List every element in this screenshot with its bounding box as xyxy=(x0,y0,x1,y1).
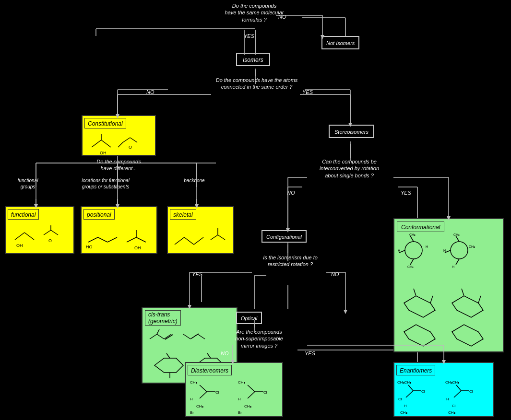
svg-text:O: O xyxy=(129,145,132,150)
svg-text:H: H xyxy=(443,249,446,252)
no-label-q5: NO xyxy=(221,350,229,357)
positional-molecule: HO OH xyxy=(83,221,154,254)
yes-label-q1: YES xyxy=(244,33,254,39)
svg-line-67 xyxy=(183,334,190,339)
svg-text:Cl: Cl xyxy=(398,397,402,401)
svg-line-119 xyxy=(456,259,459,265)
svg-text:CH₃: CH₃ xyxy=(244,404,251,408)
yes-label-q2: YES xyxy=(302,89,313,95)
svg-line-110 xyxy=(410,236,414,242)
svg-line-75 xyxy=(207,353,211,358)
svg-text:Br: Br xyxy=(190,410,194,415)
svg-marker-71 xyxy=(154,358,183,373)
svg-line-111 xyxy=(410,259,414,265)
svg-line-34 xyxy=(101,140,111,147)
svg-text:H: H xyxy=(446,397,449,401)
svg-line-63 xyxy=(157,334,164,339)
svg-text:H: H xyxy=(190,397,193,401)
svg-text:Cl: Cl xyxy=(452,404,456,408)
svg-text:H: H xyxy=(426,245,428,248)
svg-text:H: H xyxy=(452,265,454,268)
svg-line-40 xyxy=(118,142,123,147)
svg-text:OH: OH xyxy=(16,243,23,248)
diastereomers-molecule: CH₃ Cl H CH₃ Br CH₃ Cl H CH₃ Br xyxy=(188,376,281,416)
svg-line-79 xyxy=(200,392,207,398)
svg-line-58 xyxy=(194,237,203,245)
svg-text:CH₃: CH₃ xyxy=(238,380,245,385)
functional-groups-label: functional groups xyxy=(9,177,47,190)
svg-line-125 xyxy=(414,289,416,296)
svg-text:CH₃: CH₃ xyxy=(448,410,455,415)
no-label-q2: NO xyxy=(146,89,154,95)
svg-line-127 xyxy=(462,289,464,296)
enantiomers-molecule: CH₂CH₃ Cl Cl H CH₃ CH₂CH₃ Cl H Cl CH₃ xyxy=(396,376,491,416)
svg-marker-162 xyxy=(344,310,347,314)
svg-text:CH₃: CH₃ xyxy=(407,265,414,268)
stereoisomers-box: Stereoisomers xyxy=(329,125,374,138)
locations-label: locations for functional groups or subst… xyxy=(77,177,134,190)
svg-line-70 xyxy=(198,334,205,339)
svg-line-33 xyxy=(92,140,101,147)
conformational-card: Conformational H CH₃ H CH₃ H CH₃ CH₃ H xyxy=(393,218,504,352)
isomers-box: Isomers xyxy=(236,53,270,66)
svg-line-59 xyxy=(211,235,218,240)
svg-line-118 xyxy=(456,236,459,242)
svg-text:Cl: Cl xyxy=(215,390,219,395)
svg-line-53 xyxy=(136,237,146,242)
backbone-label: backbone xyxy=(175,177,214,184)
svg-line-62 xyxy=(150,334,157,339)
svg-line-78 xyxy=(200,385,207,392)
question-4: Is the isomerism due to restricted rotat… xyxy=(245,254,336,268)
constitutional-card: Constitutional OH O xyxy=(82,115,156,156)
svg-text:CH₂CH₃: CH₂CH₃ xyxy=(445,380,459,385)
svg-text:CH₃: CH₃ xyxy=(196,404,203,408)
svg-point-109 xyxy=(405,242,422,259)
svg-line-41 xyxy=(15,233,24,240)
diastereomers-card: Diastereomers CH₃ Cl H CH₃ Br CH₃ Cl H C… xyxy=(185,362,283,417)
svg-line-52 xyxy=(127,237,136,242)
no-label-q4: NO xyxy=(331,271,339,278)
functional-card: functional OH O xyxy=(5,206,74,254)
skeletal-card: skeletal xyxy=(167,206,234,254)
yes-label-q5: YES xyxy=(305,350,315,357)
different-question: Do the compounds have different... xyxy=(74,158,163,172)
svg-line-103 xyxy=(454,391,461,397)
svg-line-50 xyxy=(107,237,117,242)
svg-line-42 xyxy=(24,233,34,240)
configurational-box: Configurational xyxy=(261,230,307,243)
flowchart: Do the compounds have the same molecular… xyxy=(0,0,511,420)
conformational-molecule: H CH₃ H CH₃ H CH₃ CH₃ H xyxy=(397,233,501,349)
svg-point-117 xyxy=(451,242,468,259)
yes-label-q4: YES xyxy=(192,271,202,278)
svg-line-95 xyxy=(406,391,413,397)
svg-text:CH₃: CH₃ xyxy=(409,233,416,236)
svg-line-48 xyxy=(88,237,98,242)
optical-box: Optical xyxy=(236,312,262,324)
svg-text:H: H xyxy=(404,404,407,408)
svg-text:CH₃: CH₃ xyxy=(400,410,407,415)
svg-text:OH: OH xyxy=(100,151,107,155)
svg-text:H: H xyxy=(398,249,400,252)
svg-line-126 xyxy=(430,296,433,303)
svg-text:Cl: Cl xyxy=(421,389,425,394)
no-label-q1: NO xyxy=(278,13,286,20)
svg-line-44 xyxy=(44,230,51,235)
not-isomers-box: Not Isomers xyxy=(321,36,359,49)
svg-line-56 xyxy=(175,237,184,245)
svg-text:Br: Br xyxy=(238,410,242,415)
svg-line-37 xyxy=(123,138,130,142)
svg-text:Cl: Cl xyxy=(469,389,473,394)
svg-line-102 xyxy=(456,385,461,391)
svg-text:CH₂CH₃: CH₂CH₃ xyxy=(397,380,411,385)
question-3: Can the compounds be interconverted by r… xyxy=(301,158,397,179)
svg-line-72 xyxy=(166,353,170,358)
svg-line-64 xyxy=(157,329,159,334)
svg-line-94 xyxy=(408,385,413,391)
svg-line-87 xyxy=(248,392,255,398)
svg-text:O: O xyxy=(48,238,52,243)
svg-text:OH: OH xyxy=(134,245,141,250)
yes-label-q3: YES xyxy=(401,189,411,196)
svg-line-49 xyxy=(98,237,107,242)
svg-line-60 xyxy=(218,235,225,240)
svg-line-86 xyxy=(248,385,255,392)
